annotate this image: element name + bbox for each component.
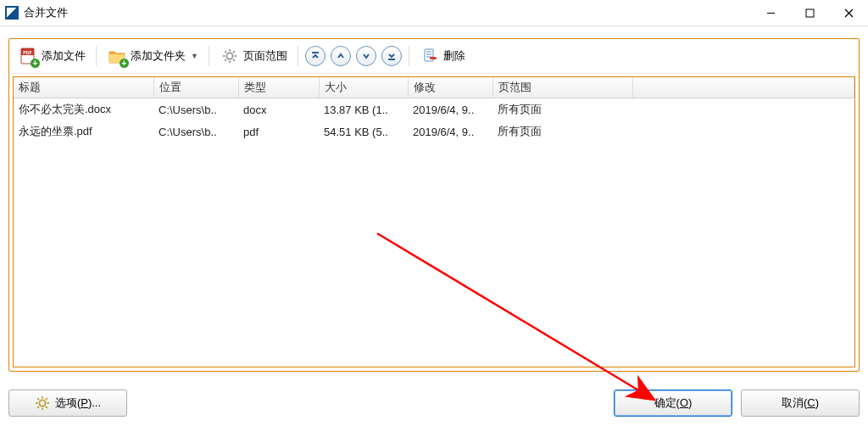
titlebar: 合并文件 [0, 0, 868, 26]
cell-page_range: 所有页面 [492, 98, 632, 121]
col-title[interactable]: 标题 [14, 77, 153, 98]
svg-line-28 [37, 398, 39, 400]
move-up-button[interactable] [331, 46, 351, 66]
close-button[interactable] [829, 0, 868, 25]
minimize-button[interactable] [751, 0, 790, 25]
add-folder-label: 添加文件夹 [131, 48, 186, 64]
add-file-button[interactable]: PDF + 添加文件 [13, 43, 91, 69]
cell-title: 永远的坐票.pdf [14, 121, 153, 143]
options-label: 选项(P)... [55, 395, 101, 411]
gear-icon [35, 395, 50, 411]
cell-modified: 2019/6/4, 9.. [408, 98, 492, 121]
cell-size: 13.87 KB (1.. [319, 98, 408, 121]
toolbar: PDF + 添加文件 + 添加文件夹 ▼ [9, 39, 859, 74]
table-row[interactable]: 你不必太完美.docxC:\Users\b..docx13.87 KB (1..… [14, 98, 854, 121]
svg-point-23 [39, 400, 45, 406]
cancel-button[interactable]: 取消(C) [741, 390, 860, 417]
svg-line-29 [46, 406, 47, 408]
col-modified[interactable]: 修改 [408, 77, 492, 98]
dropdown-arrow-icon: ▼ [191, 52, 198, 60]
page-range-label: 页面范围 [243, 48, 287, 64]
bottom-bar: 选项(P)... 确定(O) 取消(C) [8, 389, 860, 418]
delete-label: 删除 [443, 48, 465, 64]
cell-type: pdf [238, 121, 319, 143]
separator [298, 46, 298, 66]
svg-point-7 [226, 53, 232, 59]
move-top-button[interactable] [305, 46, 326, 66]
col-size[interactable]: 大小 [319, 77, 408, 98]
add-folder-button[interactable]: + 添加文件夹 ▼ [102, 43, 203, 69]
cell-page_range: 所有页面 [492, 121, 632, 143]
col-spacer [632, 77, 854, 98]
delete-icon [420, 46, 440, 66]
svg-line-30 [37, 406, 39, 408]
col-location[interactable]: 位置 [153, 77, 238, 98]
svg-line-31 [46, 398, 47, 400]
table-row[interactable]: 永远的坐票.pdfC:\Users\b..pdf54.51 KB (5..201… [14, 121, 854, 143]
pdf-file-icon: PDF + [18, 46, 38, 66]
delete-button[interactable]: 删除 [415, 43, 470, 69]
cell-location: C:\Users\b.. [153, 121, 238, 143]
cell-location: C:\Users\b.. [153, 98, 238, 121]
svg-text:PDF: PDF [23, 50, 31, 55]
add-file-label: 添加文件 [42, 48, 86, 64]
move-down-button[interactable] [356, 46, 376, 66]
cell-type: docx [238, 98, 319, 121]
separator [209, 46, 209, 66]
gear-icon [220, 46, 240, 66]
svg-rect-22 [430, 57, 437, 59]
file-table: 标题 位置 类型 大小 修改 页范围 你不必太完美.docxC:\Users\b… [13, 76, 855, 367]
ok-label: 确定(O) [654, 395, 693, 411]
svg-line-14 [225, 59, 226, 61]
separator [96, 46, 97, 66]
cell-title: 你不必太完美.docx [14, 98, 153, 121]
col-type[interactable]: 类型 [238, 77, 319, 98]
col-pagerange[interactable]: 页范围 [492, 77, 632, 98]
page-range-button[interactable]: 页面范围 [214, 43, 292, 69]
main-panel: PDF + 添加文件 + 添加文件夹 ▼ [8, 38, 860, 372]
svg-line-15 [233, 51, 235, 53]
ok-button[interactable]: 确定(O) [614, 390, 732, 417]
table-header-row: 标题 位置 类型 大小 修改 页范围 [14, 77, 854, 98]
separator [409, 46, 409, 66]
maximize-button[interactable] [790, 0, 829, 25]
window-title: 合并文件 [24, 5, 68, 20]
svg-line-13 [233, 59, 235, 61]
move-bottom-button[interactable] [381, 46, 402, 66]
cancel-label: 取消(C) [782, 395, 819, 411]
folder-icon: + [107, 46, 127, 66]
svg-rect-1 [806, 9, 814, 17]
app-icon [5, 6, 19, 20]
cell-size: 54.51 KB (5.. [319, 121, 408, 143]
options-button[interactable]: 选项(P)... [8, 390, 127, 417]
svg-line-12 [225, 51, 226, 53]
cell-modified: 2019/6/4, 9.. [408, 121, 492, 143]
